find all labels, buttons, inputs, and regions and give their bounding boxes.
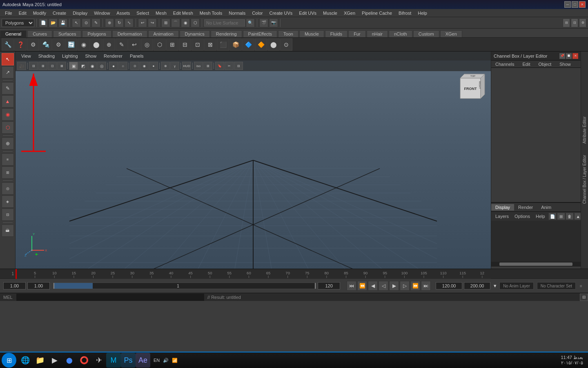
prev-frame-btn[interactable]: ◀ bbox=[368, 281, 378, 291]
taskbar-photoshop[interactable]: Ps bbox=[121, 353, 136, 368]
vp-isolate[interactable]: iso bbox=[194, 62, 203, 70]
vp-hud[interactable]: HUD bbox=[182, 62, 191, 70]
vp-light-2[interactable]: ○ bbox=[118, 62, 127, 70]
snap-grid-btn[interactable]: ⊞ bbox=[161, 18, 170, 27]
cb-btab-anim[interactable]: Anim bbox=[537, 204, 555, 211]
taskbar-chrome[interactable]: ⬤ bbox=[62, 353, 77, 368]
taskbar-opera[interactable]: ⭕ bbox=[77, 353, 91, 368]
vp-gamma[interactable]: γ bbox=[170, 62, 179, 70]
shelf-tab-rendering[interactable]: Rendering bbox=[211, 30, 242, 37]
menu-select[interactable]: Select bbox=[133, 10, 152, 16]
shelf-icon-11[interactable]: ↩ bbox=[128, 38, 140, 51]
go-start-btn[interactable]: ⏮ bbox=[347, 281, 356, 291]
tool-d[interactable]: 🏔 bbox=[2, 224, 14, 237]
tool-settings-btn[interactable]: ⚙ bbox=[579, 18, 586, 27]
frame-input[interactable] bbox=[119, 283, 237, 289]
snap-tool[interactable]: ⊕ bbox=[2, 137, 14, 150]
vp-menu-lighting[interactable]: Lighting bbox=[59, 53, 81, 59]
vp-quality-low[interactable]: ⊙ bbox=[130, 62, 139, 70]
shelf-tab-nhair[interactable]: nHair bbox=[367, 30, 388, 37]
maximize-button[interactable]: □ bbox=[572, 1, 578, 8]
taskbar-explorer[interactable]: 📁 bbox=[33, 353, 47, 368]
shelf-tab-xgen[interactable]: XGen bbox=[440, 30, 462, 37]
menu-window[interactable]: Window bbox=[91, 10, 113, 16]
menu-create-uvs[interactable]: Create UVs bbox=[266, 10, 296, 16]
cb-btab-display[interactable]: Display bbox=[491, 204, 514, 211]
menu-muscle[interactable]: Muscle bbox=[320, 10, 341, 16]
shelf-icon-18[interactable]: ⬛ bbox=[217, 38, 229, 51]
start-button[interactable]: ⊞ bbox=[2, 353, 16, 368]
channel-box-layer-editor-label[interactable]: Channel Box / Layer Editor bbox=[581, 153, 588, 206]
tool-a[interactable]: ◎ bbox=[2, 182, 14, 195]
shelf-tab-deformation[interactable]: Deformation bbox=[112, 30, 147, 37]
anim-end-input[interactable] bbox=[436, 282, 462, 289]
snap-curve-btn[interactable]: ⌒ bbox=[171, 18, 180, 27]
layers-scroll-thumb[interactable] bbox=[499, 263, 572, 266]
undo-btn[interactable]: ↩ bbox=[138, 18, 147, 27]
shelf-icon-19[interactable]: 📦 bbox=[229, 38, 242, 51]
open-scene-btn[interactable]: 📂 bbox=[49, 18, 58, 27]
prev-key-btn[interactable]: ⏪ bbox=[357, 281, 367, 291]
shelf-tab-polygons[interactable]: Polygons bbox=[82, 30, 111, 37]
taskbar-ie[interactable]: 🌐 bbox=[18, 353, 33, 368]
shelf-icon-3[interactable]: ⚙ bbox=[27, 38, 39, 51]
cmd-input-field[interactable] bbox=[16, 294, 204, 301]
shelf-icon-16[interactable]: ⊡ bbox=[192, 38, 204, 51]
shelf-icon-12[interactable]: ◎ bbox=[141, 38, 153, 51]
shelf-icon-2[interactable]: ❓ bbox=[14, 38, 27, 51]
options-label[interactable]: Options bbox=[512, 214, 532, 219]
ipr-render-btn[interactable]: 📷 bbox=[269, 18, 278, 27]
vp-bookmark[interactable]: 🔖 bbox=[215, 62, 224, 70]
shelf-icon-6[interactable]: 🔄 bbox=[65, 38, 77, 51]
shelf-icon-23[interactable]: ⊙ bbox=[280, 38, 292, 51]
layer-1[interactable]: ≡ bbox=[2, 153, 14, 166]
char-set-selector[interactable]: No Character Set bbox=[537, 282, 576, 289]
shelf-icon-15[interactable]: ⊟ bbox=[179, 38, 191, 51]
shelf-tab-fluids[interactable]: Fluids bbox=[325, 30, 347, 37]
menu-bifrost[interactable]: Bifrost bbox=[395, 10, 414, 16]
attribute-editor-label[interactable]: Attribute Editor bbox=[581, 115, 588, 145]
shelf-icon-22[interactable]: ⬤ bbox=[267, 38, 280, 51]
shelf-icon-4[interactable]: 🔩 bbox=[40, 38, 52, 51]
cb-float-btn[interactable]: 🔲 bbox=[566, 53, 572, 59]
menu-create[interactable]: Create bbox=[49, 10, 69, 16]
shelf-icon-8[interactable]: ⬤ bbox=[90, 38, 102, 51]
layer-2[interactable]: ⊞ bbox=[2, 166, 14, 179]
vp-camera-btn[interactable]: 🎥 bbox=[17, 62, 26, 70]
start-frame-input-2[interactable] bbox=[27, 282, 50, 289]
vp-quality-high[interactable]: ● bbox=[149, 62, 158, 70]
attr-editor-btn[interactable]: ⊡ bbox=[571, 18, 578, 27]
anim-layer-selector[interactable]: No Anim Layer bbox=[499, 282, 534, 289]
vp-light-1[interactable]: ● bbox=[109, 62, 118, 70]
cb-tab-object[interactable]: Object bbox=[534, 61, 555, 67]
menu-mesh[interactable]: Mesh bbox=[152, 10, 170, 16]
vp-quality-med[interactable]: ◉ bbox=[140, 62, 149, 70]
shelf-icon-20[interactable]: 🔷 bbox=[242, 38, 254, 51]
viewport[interactable]: View Shading Lighting Show Renderer Pane… bbox=[16, 52, 491, 269]
vp-menu-panels[interactable]: Panels bbox=[127, 53, 147, 59]
network-icon[interactable]: 📶 bbox=[172, 358, 178, 363]
cb-pin-btn[interactable]: 📌 bbox=[559, 53, 565, 59]
shelf-icon-7[interactable]: ◉ bbox=[78, 38, 90, 51]
transport-extra-btn[interactable]: ≡ bbox=[577, 284, 585, 288]
lasso-tool[interactable]: ✎ bbox=[2, 82, 14, 94]
shelf-tab-custom[interactable]: Custom bbox=[413, 30, 439, 37]
redo-btn[interactable]: ↪ bbox=[148, 18, 157, 27]
shelf-tab-fur[interactable]: Fur bbox=[348, 30, 366, 37]
cb-tab-show[interactable]: Show bbox=[555, 61, 575, 67]
next-key-btn[interactable]: ⏩ bbox=[410, 281, 420, 291]
menu-normals[interactable]: Normals bbox=[225, 10, 249, 16]
scale-tool[interactable]: ⬡ bbox=[2, 121, 14, 134]
layer-delete-btn[interactable]: 🗑 bbox=[566, 213, 574, 220]
vp-display-2[interactable]: ⊞ bbox=[38, 62, 47, 70]
mode-selector[interactable]: Polygons Surfaces Dynamics bbox=[2, 19, 34, 27]
scale-tool-btn[interactable]: ⤡ bbox=[125, 18, 134, 27]
cb-close-btn[interactable]: ✕ bbox=[572, 53, 578, 59]
vp-frame-all[interactable]: ⊞ bbox=[203, 62, 212, 70]
tool-b[interactable]: ◈ bbox=[2, 195, 14, 208]
shelf-tab-toon[interactable]: Toon bbox=[278, 30, 298, 37]
tool-c[interactable]: ⊟ bbox=[2, 209, 14, 221]
paint-select-tool[interactable]: ↗ bbox=[2, 66, 14, 79]
play-back-btn[interactable]: ◁ bbox=[379, 281, 388, 291]
menu-edit[interactable]: Edit bbox=[16, 10, 30, 16]
